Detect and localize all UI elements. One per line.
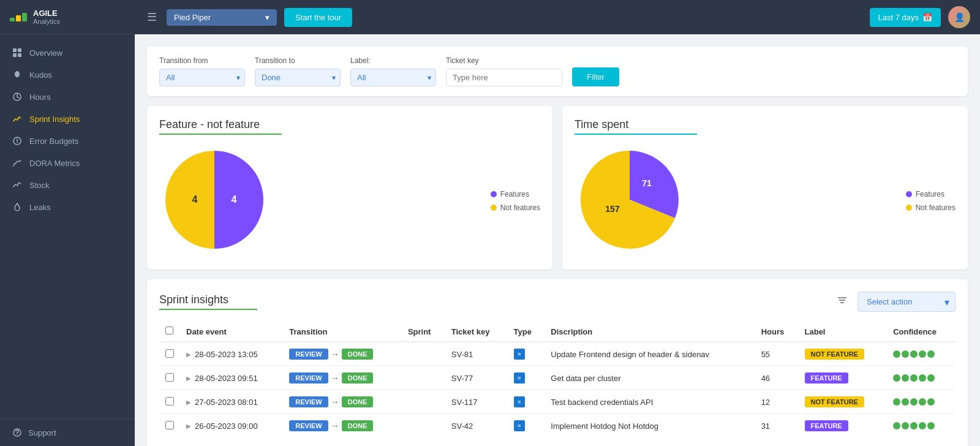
ticket-key-group: Ticket key bbox=[446, 56, 562, 86]
charts-row: Feature - not feature 4 4 bbox=[147, 106, 968, 270]
label-badge-1[interactable]: FEATURE bbox=[805, 372, 848, 384]
overview-icon bbox=[12, 48, 22, 58]
hamburger-menu[interactable]: ☰ bbox=[145, 8, 159, 26]
badge-done-2: DONE bbox=[342, 396, 374, 407]
confidence-dots-3 bbox=[893, 422, 949, 429]
table-row: ▶ 26-05-2023 09:00 REVIEW → DONE SV-42 ≡… bbox=[159, 414, 956, 438]
confidence-dot bbox=[910, 398, 918, 406]
sprint-3 bbox=[402, 414, 445, 438]
label-filter-label: Label: bbox=[350, 56, 436, 65]
sprint-insights-table: Date event Transition Sprint Ticket key … bbox=[159, 322, 956, 437]
last-days-button[interactable]: Last 7 days 📅 bbox=[870, 8, 941, 27]
feature-chart-card: Feature - not feature 4 4 bbox=[147, 106, 552, 270]
col-sprint: Sprint bbox=[402, 322, 445, 342]
row-expand-0[interactable]: ▶ bbox=[186, 351, 191, 358]
badge-review-0: REVIEW bbox=[289, 349, 328, 360]
table-header-row: Date event Transition Sprint Ticket key … bbox=[159, 322, 956, 342]
sidebar-label-kudos: Kudos bbox=[29, 70, 52, 80]
description-2: Test backend credentials API bbox=[545, 390, 755, 414]
confidence-dot bbox=[919, 422, 926, 429]
filter-button[interactable]: Filter bbox=[572, 67, 619, 86]
time-not-features-legend-label: Not features bbox=[916, 203, 956, 212]
label-badge-2[interactable]: NOT FEATURE bbox=[805, 396, 864, 407]
col-type: Type bbox=[508, 322, 545, 342]
label-group: Label: All bbox=[350, 56, 436, 86]
table-title-block: Sprint insights bbox=[159, 293, 257, 310]
transition-from-select[interactable]: All bbox=[159, 69, 245, 86]
hours-2: 12 bbox=[755, 390, 799, 414]
row-checkbox-1[interactable] bbox=[165, 373, 174, 382]
table-row: ▶ 27-05-2023 08:01 REVIEW → DONE SV-117 … bbox=[159, 390, 956, 414]
label-select[interactable]: All bbox=[350, 69, 436, 86]
confidence-dots-0 bbox=[893, 350, 949, 358]
sidebar-item-kudos[interactable]: Kudos bbox=[0, 64, 135, 86]
company-select-chevron: ▾ bbox=[265, 13, 270, 22]
transition-flow-0: REVIEW → DONE bbox=[289, 349, 396, 360]
start-tour-button[interactable]: Start the tour bbox=[284, 8, 352, 27]
ticket-icon-0: ≡ bbox=[514, 349, 525, 360]
label-badge-3[interactable]: FEATURE bbox=[805, 420, 848, 431]
row-checkbox-2[interactable] bbox=[165, 397, 174, 406]
support-icon bbox=[12, 428, 22, 437]
badge-review-3: REVIEW bbox=[289, 420, 328, 431]
ticket-icon-2: ≡ bbox=[514, 396, 525, 407]
support-label: Support bbox=[28, 428, 56, 437]
not-features-legend-dot bbox=[491, 205, 497, 211]
sidebar-item-hours[interactable]: Hours bbox=[0, 86, 135, 108]
logo-text: AGILE Analytics bbox=[33, 9, 60, 26]
transition-to-select[interactable]: Done bbox=[255, 69, 341, 86]
confidence-dot bbox=[910, 374, 918, 382]
confidence-dot bbox=[927, 398, 935, 406]
sidebar-label-hours: Hours bbox=[29, 93, 51, 102]
confidence-dot bbox=[902, 350, 909, 358]
row-expand-2[interactable]: ▶ bbox=[186, 399, 191, 406]
user-avatar[interactable]: 👤 bbox=[948, 6, 970, 28]
svg-text:71: 71 bbox=[642, 178, 652, 188]
row-checkbox-3[interactable] bbox=[165, 421, 174, 429]
time-spent-chart-content: 157 71 Features Not features bbox=[575, 145, 956, 257]
transition-to-select-wrapper: Done bbox=[255, 69, 341, 86]
filter-bar: Transition from All Transition to Done L… bbox=[147, 47, 968, 96]
row-checkbox-0[interactable] bbox=[165, 349, 174, 358]
confidence-dot bbox=[927, 350, 935, 358]
support-link[interactable]: Support bbox=[0, 418, 135, 446]
header-right: Last 7 days 📅 👤 bbox=[870, 6, 971, 28]
action-select[interactable]: Select action bbox=[858, 292, 956, 312]
time-spent-pie-chart: 157 71 bbox=[575, 145, 685, 257]
row-expand-3[interactable]: ▶ bbox=[186, 423, 191, 429]
table-row: ▶ 28-05-2023 09:51 REVIEW → DONE SV-77 ≡… bbox=[159, 366, 956, 390]
svg-rect-0 bbox=[13, 48, 17, 52]
col-date-event: Date event bbox=[180, 322, 283, 342]
sidebar-item-error-budgets[interactable]: Error Budgets bbox=[0, 130, 135, 152]
confidence-dot bbox=[893, 350, 900, 358]
feature-pie-chart: 4 4 bbox=[159, 145, 270, 257]
confidence-dot bbox=[893, 422, 900, 429]
label-badge-0[interactable]: NOT FEATURE bbox=[805, 349, 864, 360]
sidebar-item-leaks[interactable]: Leaks bbox=[0, 196, 135, 218]
transition-to-group: Transition to Done bbox=[255, 56, 341, 86]
features-legend-label: Features bbox=[500, 190, 529, 198]
transition-from-select-wrapper: All bbox=[159, 69, 245, 86]
sidebar-item-sprint-insights[interactable]: Sprint Insights bbox=[0, 108, 135, 130]
company-select[interactable]: Pied Piper ▾ bbox=[167, 9, 277, 26]
sidebar-item-dora-metrics[interactable]: DORA Metrics bbox=[0, 152, 135, 174]
col-label: Label bbox=[799, 322, 888, 342]
ticket-key-input[interactable] bbox=[446, 69, 562, 86]
time-spent-chart-underline bbox=[575, 134, 697, 135]
table-title: Sprint insights bbox=[159, 293, 257, 306]
error-budgets-icon bbox=[12, 136, 22, 146]
feature-chart-content: 4 4 Features Not features bbox=[159, 145, 540, 257]
date-event-3: 26-05-2023 09:00 bbox=[195, 421, 258, 431]
transition-from-label: Transition from bbox=[159, 56, 245, 65]
sidebar-item-stock[interactable]: Stock bbox=[0, 174, 135, 196]
not-features-legend-item: Not features bbox=[491, 203, 540, 212]
time-spent-chart-legend: Features Not features bbox=[906, 190, 956, 212]
select-all-checkbox[interactable] bbox=[165, 327, 173, 334]
confidence-dot bbox=[919, 350, 926, 358]
sidebar-item-overview[interactable]: Overview bbox=[0, 42, 135, 64]
sprint-2 bbox=[402, 390, 445, 414]
row-expand-1[interactable]: ▶ bbox=[186, 375, 191, 382]
table-filter-icon[interactable] bbox=[837, 295, 848, 309]
svg-rect-2 bbox=[13, 53, 17, 57]
arrow-icon-2: → bbox=[331, 397, 339, 407]
